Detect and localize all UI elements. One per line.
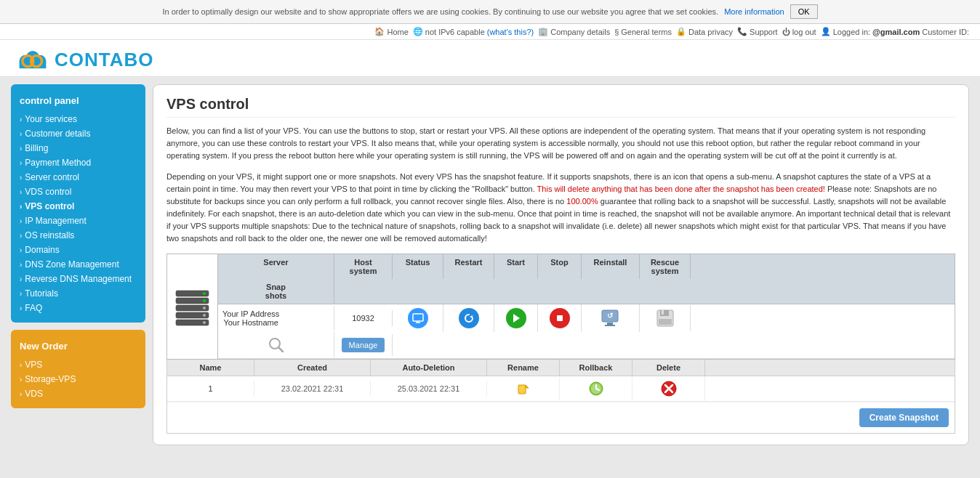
snap-rollback-cell[interactable] — [560, 376, 632, 401]
server-icon — [172, 287, 212, 327]
sidebar-item-ip-management[interactable]: › IP Management — [11, 214, 145, 228]
sidebar-item-your-services[interactable]: › Your services — [11, 112, 145, 126]
main-layout: control panel › Your services › Customer… — [0, 77, 980, 453]
start-cell[interactable] — [494, 304, 538, 332]
logged-in-info: 👤 Logged in: @gmail.com Customer ID: — [821, 27, 969, 36]
col-server: Server — [218, 254, 334, 279]
sidebar-item-vds-control[interactable]: › VDS control — [11, 185, 145, 199]
page-title: VPS control — [166, 96, 955, 118]
logo-icon — [15, 47, 51, 73]
sidebar-item-storage-vps-order[interactable]: › Storage-VPS — [11, 372, 145, 386]
svg-rect-16 — [413, 314, 423, 321]
col-reinstall: Reinstall — [582, 254, 640, 279]
rescue-icon[interactable] — [656, 309, 675, 328]
nav-company[interactable]: 🏢 Company details — [538, 27, 610, 36]
col-start: Start — [494, 254, 538, 279]
manage-button[interactable]: Manage — [342, 338, 385, 352]
svg-point-15 — [203, 321, 206, 324]
svg-rect-24 — [605, 325, 615, 326]
home-icon: 🏠 — [374, 27, 385, 36]
snapshots-icon[interactable] — [267, 336, 286, 355]
logo-text: CONTABO — [55, 49, 154, 71]
logo-area: CONTABO — [15, 47, 965, 73]
snap-rename-cell[interactable] — [487, 377, 560, 400]
snap-name: 1 — [167, 381, 254, 397]
chevron-icon: › — [20, 261, 22, 269]
start-button[interactable] — [506, 308, 526, 328]
rescue-cell[interactable] — [640, 305, 691, 331]
server-ip: Your IP Address — [222, 309, 279, 318]
support-icon: 📞 — [737, 27, 747, 36]
ipv6-icon: 🌐 — [413, 27, 423, 36]
col-rescue: Rescuesystem — [640, 254, 691, 279]
nav-home[interactable]: 🏠 Home — [374, 27, 408, 36]
chevron-icon: › — [20, 116, 22, 123]
snap-created: 23.02.2021 22:31 — [254, 381, 371, 397]
chevron-icon: › — [20, 130, 22, 138]
stop-icon — [555, 314, 564, 323]
status-cell[interactable] — [393, 304, 443, 332]
nav-terms[interactable]: § General terms — [614, 28, 672, 36]
snap-col-created: Created — [254, 360, 371, 376]
col-stop: Stop — [538, 254, 582, 279]
sidebar-item-vds-order[interactable]: › VDS — [11, 386, 145, 401]
chevron-icon: › — [20, 217, 22, 225]
snap-delete-cell[interactable] — [632, 376, 705, 401]
restart-button[interactable] — [459, 308, 479, 328]
nav-support[interactable]: 📞 Support — [737, 27, 778, 36]
chevron-icon: › — [20, 361, 22, 369]
server-table: Server Hostsystem Status Restart Start S… — [218, 254, 955, 359]
rollback-icon[interactable] — [587, 380, 605, 397]
sidebar-control-panel: control panel › Your services › Customer… — [11, 84, 145, 323]
cookie-bar: In order to optimally design our website… — [0, 0, 980, 24]
sidebar-item-vps-order[interactable]: › VPS — [11, 357, 145, 372]
sidebar-item-billing[interactable]: › Billing — [11, 141, 145, 155]
privacy-icon: 🔒 — [676, 27, 686, 36]
manage-cell[interactable]: Manage — [334, 334, 393, 356]
monitor-icon — [412, 313, 424, 323]
sidebar-item-customer-details[interactable]: › Customer details — [11, 126, 145, 141]
create-snapshot-button[interactable]: Create Snapshot — [859, 408, 949, 427]
new-order-title: New Order — [11, 337, 145, 357]
sidebar-item-reverse-dns[interactable]: › Reverse DNS Management — [11, 272, 145, 286]
nav-privacy[interactable]: 🔒 Data privacy — [676, 27, 733, 36]
sidebar: control panel › Your services › Customer… — [11, 84, 145, 408]
sidebar-item-domains[interactable]: › Domains — [11, 243, 145, 257]
cookie-ok-button[interactable]: OK — [790, 4, 818, 19]
snapshot-table-header: Name Created Auto-Deletion Rename Rollba… — [167, 360, 955, 376]
sidebar-item-dns-zone[interactable]: › DNS Zone Management — [11, 257, 145, 272]
stop-cell[interactable] — [538, 304, 582, 332]
nav-ipv6[interactable]: 🌐 not IPv6 capable (what's this?) — [413, 27, 534, 36]
person-icon: 👤 — [821, 27, 831, 36]
chevron-icon: › — [20, 232, 22, 240]
sidebar-item-payment-method[interactable]: › Payment Method — [11, 155, 145, 170]
restart-cell[interactable] — [443, 304, 494, 332]
snap-col-delete: Delete — [632, 360, 705, 376]
svg-rect-21 — [557, 315, 563, 321]
reinstall-cell[interactable]: ↺ — [582, 304, 640, 332]
svg-rect-28 — [662, 310, 664, 315]
sidebar-item-server-control[interactable]: › Server control — [11, 170, 145, 185]
sidebar-item-vps-control[interactable]: › VPS control — [11, 199, 145, 214]
sidebar-item-tutorials[interactable]: › Tutorials — [11, 286, 145, 301]
stop-button[interactable] — [550, 308, 570, 328]
nav-logout[interactable]: ⏻ log out — [782, 28, 816, 36]
company-icon: 🏢 — [538, 27, 548, 36]
snap-col-rollback: Rollback — [560, 360, 632, 376]
server-table-wrapper: Server Hostsystem Status Restart Start S… — [166, 254, 955, 360]
chevron-icon: › — [20, 174, 22, 182]
monitor-button[interactable] — [408, 308, 428, 328]
rename-icon[interactable] — [515, 381, 531, 397]
snapshots-cell[interactable] — [218, 332, 334, 358]
chevron-icon: › — [20, 275, 22, 283]
sidebar-item-os-reinstalls[interactable]: › OS reinstalls — [11, 228, 145, 243]
cookie-more-info-link[interactable]: More information — [724, 7, 784, 16]
sidebar-item-faq[interactable]: › FAQ — [11, 301, 145, 315]
svg-point-13 — [203, 307, 206, 309]
reinstall-icon[interactable]: ↺ — [600, 308, 622, 328]
table-row: Your IP Address Your Hostname 10932 — [218, 304, 955, 359]
col-restart: Restart — [443, 254, 494, 279]
intro-paragraph-2: Depending on your VPS, it might support … — [166, 171, 955, 245]
delete-icon[interactable] — [660, 380, 678, 397]
chevron-icon: › — [20, 159, 22, 167]
